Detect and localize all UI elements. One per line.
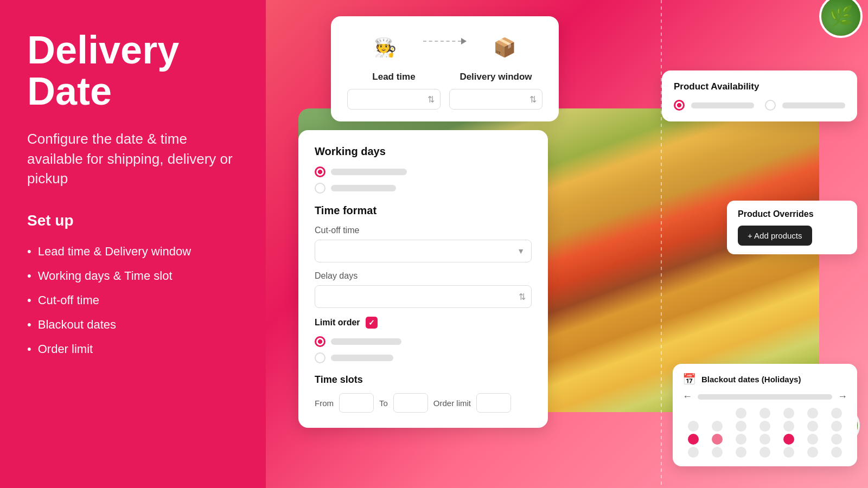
cal-dot[interactable] xyxy=(760,408,770,419)
radio-item-2[interactable] xyxy=(315,183,532,194)
cal-dot[interactable] xyxy=(712,421,723,432)
cal-dot[interactable] xyxy=(736,408,746,419)
lead-time-icon-block: 🧑‍🍳 xyxy=(347,31,423,63)
left-panel: Delivery Date Configure the date & time … xyxy=(0,0,266,488)
spinner-icon: ⇅ xyxy=(427,94,435,105)
cal-dot[interactable] xyxy=(760,447,770,458)
cal-dot[interactable] xyxy=(831,421,842,432)
order-limit-input[interactable] xyxy=(476,393,511,413)
cal-dot[interactable] xyxy=(783,421,794,432)
setup-list: Lead time & Delivery window Working days… xyxy=(27,239,239,361)
time-format-title: Time format xyxy=(315,204,532,217)
limit-order-label: Limit order xyxy=(315,318,360,328)
product-availability-title: Product Availability xyxy=(674,81,845,92)
cal-dot[interactable] xyxy=(807,434,818,445)
delay-label: Delay days xyxy=(315,271,532,281)
cal-dot[interactable] xyxy=(807,447,818,458)
delay-input[interactable]: ⇅ xyxy=(315,285,532,308)
next-month-button[interactable]: → xyxy=(838,391,847,402)
to-label: To xyxy=(379,399,388,408)
cal-dot[interactable] xyxy=(760,421,770,432)
setup-title: Set up xyxy=(27,212,239,229)
time-slots-row: From To Order limit xyxy=(315,393,532,413)
cal-dot-holiday[interactable] xyxy=(712,434,723,445)
radio-circle-inactive[interactable] xyxy=(315,352,326,363)
main-title: Delivery Date xyxy=(27,30,239,112)
cal-dot[interactable] xyxy=(736,447,746,458)
blackout-dates-card: 📅 Blackout dates (Holidays) ← → xyxy=(673,364,857,466)
radio-label-bar xyxy=(331,338,401,345)
cal-dot[interactable] xyxy=(736,421,746,432)
cal-dot-holiday[interactable] xyxy=(783,434,794,445)
list-item: Blackout dates xyxy=(27,312,239,337)
prev-month-button[interactable]: ← xyxy=(682,391,692,402)
cutoff-label: Cut-off time xyxy=(315,226,532,235)
cal-dot[interactable] xyxy=(807,421,818,432)
pa-bar-2 xyxy=(782,102,845,108)
cal-dot xyxy=(712,408,723,419)
order-limit-label: Order limit xyxy=(433,399,471,408)
cal-dot[interactable] xyxy=(688,447,699,458)
cal-dot[interactable] xyxy=(712,447,723,458)
list-item: Working days & Time slot xyxy=(27,264,239,288)
subtitle: Configure the date & time available for … xyxy=(27,129,239,188)
list-item: Cut-off time xyxy=(27,288,239,312)
cal-dot[interactable] xyxy=(831,447,842,458)
calendar-grid xyxy=(682,408,847,458)
cal-dot[interactable] xyxy=(831,408,842,419)
cal-dot[interactable] xyxy=(736,434,746,445)
radio-label-bar xyxy=(331,355,393,361)
calendar-icon: 📅 xyxy=(682,373,696,386)
cal-dot[interactable] xyxy=(760,434,770,445)
limit-order-radio-group xyxy=(315,336,532,363)
cutoff-dropdown[interactable]: ▼ xyxy=(315,240,532,262)
right-area: 🧑‍🍳 📦 Lead time Delivery window ⇅ xyxy=(266,0,868,488)
pa-radio-active[interactable] xyxy=(674,100,685,111)
radio-circle-active[interactable] xyxy=(315,336,326,347)
radio-circle-active[interactable] xyxy=(315,166,326,177)
cal-dot xyxy=(688,408,699,419)
lead-time-label: Lead time xyxy=(372,72,415,82)
deco-line xyxy=(661,0,662,488)
arrow-area xyxy=(423,38,467,56)
delivery-icon-block: 📦 xyxy=(467,31,542,63)
radio-circle-inactive[interactable] xyxy=(315,183,326,194)
cal-dot[interactable] xyxy=(831,434,842,445)
product-overrides-title: Product Overrides xyxy=(738,209,846,219)
product-overrides-card: Product Overrides + Add products xyxy=(727,201,857,254)
dropdown-arrow-icon: ▼ xyxy=(517,247,525,255)
limit-order-row: Limit order ✓ xyxy=(315,317,532,329)
working-days-title: Working days xyxy=(315,145,532,158)
product-availability-card: Product Availability xyxy=(662,70,857,121)
list-item: Lead time & Delivery window xyxy=(27,239,239,264)
product-availability-radio-row xyxy=(674,100,845,111)
cal-dot[interactable] xyxy=(783,408,794,419)
spinner-icon: ⇅ xyxy=(529,94,537,105)
limit-order-checkbox[interactable]: ✓ xyxy=(366,317,378,329)
delivery-window-input[interactable]: ⇅ xyxy=(449,89,542,110)
time-slots-title: Time slots xyxy=(315,374,532,386)
month-bar xyxy=(698,394,832,400)
delivery-window-label: Delivery window xyxy=(459,72,532,82)
pa-radio-inactive[interactable] xyxy=(765,100,776,111)
cal-dot-holiday[interactable] xyxy=(688,434,699,445)
delivery-icon: 📦 xyxy=(489,31,520,63)
radio-item-1[interactable] xyxy=(315,166,532,177)
cal-dot[interactable] xyxy=(807,408,818,419)
lead-time-input[interactable]: ⇅ xyxy=(347,89,441,110)
limit-radio-item-1[interactable] xyxy=(315,336,532,347)
from-input[interactable] xyxy=(339,393,374,413)
from-label: From xyxy=(315,399,334,408)
add-products-button[interactable]: + Add products xyxy=(738,226,812,246)
blackout-title: Blackout dates (Holidays) xyxy=(701,375,801,384)
limit-radio-item-2[interactable] xyxy=(315,352,532,363)
radio-label-bar xyxy=(331,185,396,191)
config-card: Working days Time format Cut-off time ▼ … xyxy=(298,130,548,428)
cal-dot[interactable] xyxy=(783,447,794,458)
list-item: Order limit xyxy=(27,337,239,361)
cal-dot[interactable] xyxy=(688,421,699,432)
plant-icon: 🌿 xyxy=(821,0,860,36)
to-input[interactable] xyxy=(393,393,428,413)
working-days-radio-group xyxy=(315,166,532,194)
pa-bar-1 xyxy=(691,102,754,108)
